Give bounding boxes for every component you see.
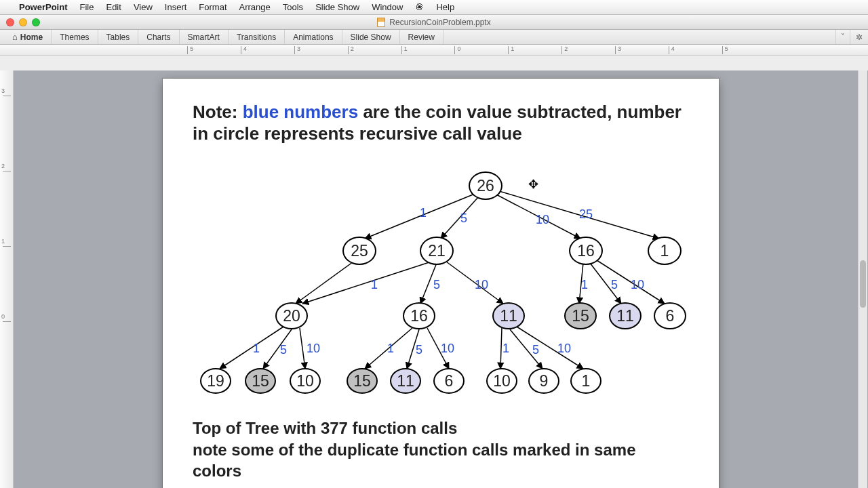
edge-label: 5: [280, 343, 287, 357]
document-icon: [377, 18, 385, 27]
tree-node[interactable]: 6: [654, 302, 686, 329]
tab-smartart[interactable]: SmartArt: [180, 30, 229, 44]
ribbon-settings-icon[interactable]: ✲: [850, 30, 868, 44]
tab-animations[interactable]: Animations: [285, 30, 342, 44]
edge-label: 5: [611, 278, 618, 292]
tab-review[interactable]: Review: [400, 30, 443, 44]
bottom-caption-line1: Top of Tree with 377 function calls: [193, 418, 689, 439]
ruler-h-label: 5: [725, 45, 728, 52]
tree-node-duplicate-11[interactable]: 11: [492, 302, 525, 329]
ribbon-tabs: ⌂ Home Themes Tables Charts SmartArt Tra…: [0, 30, 868, 45]
ruler-vertical: 3 2 1 0: [0, 70, 14, 488]
svg-line-4: [296, 260, 355, 304]
ruler-h-label: 5: [190, 45, 193, 52]
tab-home-label: Home: [20, 33, 43, 42]
scrollbar-thumb[interactable]: [860, 260, 866, 308]
edge-label: 1: [420, 206, 427, 220]
ruler-h-label: 1: [511, 45, 514, 52]
mac-menubar: PowerPoint File Edit View Insert Format …: [0, 0, 868, 15]
svg-line-12: [263, 329, 292, 369]
tree-node[interactable]: 6: [433, 368, 465, 394]
edge-label: 10: [536, 213, 549, 227]
slide-canvas[interactable]: Note: blue numbers are the coin value su…: [14, 70, 868, 488]
ruler-v-label: 0: [1, 313, 5, 320]
edge-label: 1: [371, 278, 378, 292]
tab-home[interactable]: ⌂ Home: [4, 30, 52, 44]
edge-label: 1: [581, 278, 588, 292]
app-name-menu[interactable]: PowerPoint: [19, 2, 68, 12]
tab-charts[interactable]: Charts: [138, 30, 179, 44]
tab-tables[interactable]: Tables: [98, 30, 139, 44]
tree-node-root[interactable]: 26: [469, 171, 502, 200]
tree-node-duplicate-11[interactable]: 11: [390, 368, 421, 394]
edge-label: 10: [631, 278, 644, 292]
bottom-caption[interactable]: Top of Tree with 377 function calls note…: [193, 418, 689, 481]
ruler-v-label: 1: [1, 238, 5, 245]
edge-label: 1: [502, 342, 509, 356]
edge-label: 1: [253, 342, 260, 356]
svg-line-11: [220, 327, 283, 369]
ruler-v-label: 2: [1, 163, 5, 169]
ruler-h-label: 2: [351, 45, 354, 52]
menu-edit[interactable]: Edit: [106, 2, 121, 12]
ruler-h-label: 0: [457, 45, 460, 52]
edge-label: 5: [433, 278, 440, 292]
edge-label: 5: [416, 343, 422, 357]
slide[interactable]: Note: blue numbers are the coin value su…: [163, 79, 719, 488]
menu-view[interactable]: View: [134, 2, 153, 12]
note-text[interactable]: Note: blue numbers are the coin value su…: [193, 102, 689, 144]
menu-format[interactable]: Format: [199, 2, 226, 12]
menu-tools[interactable]: Tools: [283, 2, 303, 12]
edge-label: 10: [557, 342, 571, 356]
ruler-h-label: 4: [243, 45, 247, 52]
tab-transitions[interactable]: Transitions: [229, 30, 285, 44]
tree-node[interactable]: 16: [403, 302, 435, 329]
tree-node-duplicate-15[interactable]: 15: [347, 368, 378, 394]
bottom-caption-line2: note some of the duplicate function call…: [193, 439, 689, 481]
menu-slideshow[interactable]: Slide Show: [315, 2, 359, 12]
note-prefix: Note:: [193, 102, 243, 122]
menu-file[interactable]: File: [80, 2, 94, 12]
ruler-h-label: 4: [671, 45, 675, 52]
tree-node[interactable]: 21: [420, 237, 454, 265]
edge-label: 10: [441, 342, 454, 356]
tree-node[interactable]: 10: [290, 368, 321, 394]
tree-node[interactable]: 1: [570, 368, 601, 394]
ribbon-collapse-icon[interactable]: ˇ: [835, 30, 850, 44]
menu-arrange[interactable]: Arrange: [239, 2, 271, 12]
tab-themes[interactable]: Themes: [52, 30, 98, 44]
tree-node-duplicate-15[interactable]: 15: [564, 302, 597, 329]
tree-node[interactable]: 16: [569, 237, 603, 265]
script-menu-icon[interactable]: ֍: [415, 2, 424, 12]
ruler-v-label: 3: [1, 87, 5, 94]
edge-label: 5: [460, 211, 467, 226]
recursion-tree[interactable]: 26 1 5 10 25 25 21 16 1 1 5: [163, 168, 719, 399]
tree-node[interactable]: 19: [200, 368, 231, 394]
edge-label: 1: [387, 342, 394, 356]
tree-node[interactable]: 1: [648, 237, 682, 265]
svg-line-19: [517, 327, 583, 369]
tree-node-duplicate-15[interactable]: 15: [245, 368, 276, 394]
menu-help[interactable]: Help: [436, 2, 454, 12]
ruler-h-label: 3: [297, 45, 300, 52]
tab-slideshow[interactable]: Slide Show: [342, 30, 400, 44]
note-blue-phrase: blue numbers: [243, 102, 358, 122]
window-title: RecursionCoinProblem.pptx: [389, 18, 490, 27]
menu-window[interactable]: Window: [372, 2, 403, 12]
ruler-horizontal: 5 4 3 2 1 0 1 2 3 4 5: [0, 45, 868, 56]
move-cursor-icon: ✥: [528, 177, 538, 192]
app-window: RecursionCoinProblem.pptx ⌂ Home Themes …: [0, 15, 868, 488]
edge-label: 10: [475, 278, 488, 292]
vertical-scrollbar[interactable]: [858, 70, 867, 488]
ruler-h-label: 2: [564, 45, 568, 52]
edge-label: 5: [532, 343, 539, 357]
workspace: 3 2 1 0 Note: blue numbers are the coin …: [0, 70, 868, 488]
tree-node[interactable]: 9: [528, 368, 559, 394]
ruler-h-label: 1: [404, 45, 408, 52]
svg-line-5: [302, 262, 431, 304]
tree-node[interactable]: 20: [275, 302, 308, 329]
tree-node[interactable]: 10: [486, 368, 517, 394]
menu-insert[interactable]: Insert: [165, 2, 187, 12]
tree-node-duplicate-11[interactable]: 11: [609, 302, 642, 329]
tree-node[interactable]: 25: [342, 237, 376, 265]
